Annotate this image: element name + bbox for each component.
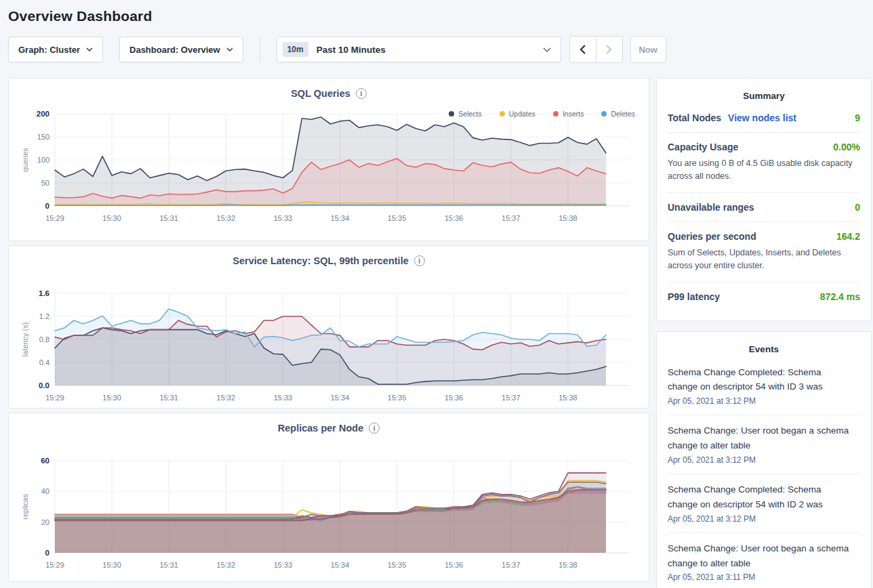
chevron-down-icon <box>226 47 233 51</box>
svg-text:15:29: 15:29 <box>45 214 64 222</box>
svg-text:15:32: 15:32 <box>217 561 236 569</box>
legend-item-updates[interactable]: Updates <box>500 110 535 118</box>
svg-text:15:33: 15:33 <box>274 561 293 569</box>
info-icon[interactable]: i <box>369 423 380 434</box>
sidebar: Summary Total Nodes View nodes list 9 Ca… <box>656 78 872 588</box>
chevron-down-icon <box>86 47 93 51</box>
dashboard-dropdown-label: Dashboard: Overview <box>129 45 220 55</box>
chart-title: Service Latency: SQL, 99th percentile <box>232 255 409 266</box>
event-message: Schema Change: User root began a schema … <box>668 423 849 453</box>
svg-text:60: 60 <box>41 457 49 465</box>
time-nav-arrows <box>569 36 623 63</box>
legend-item-inserts[interactable]: Inserts <box>553 110 584 118</box>
svg-text:0.8: 0.8 <box>39 335 49 343</box>
graph-dropdown[interactable]: Graph: Cluster <box>8 37 103 62</box>
svg-text:15:34: 15:34 <box>331 561 350 569</box>
legend-dot <box>601 111 607 117</box>
chevron-right-icon <box>606 45 612 54</box>
time-back-button[interactable] <box>569 36 596 63</box>
now-button[interactable]: Now <box>630 36 666 63</box>
svg-text:latency (s): latency (s) <box>21 322 29 357</box>
svg-text:15:36: 15:36 <box>445 214 464 222</box>
svg-text:15:37: 15:37 <box>502 561 521 569</box>
svg-text:0.4: 0.4 <box>39 358 49 366</box>
svg-text:15:37: 15:37 <box>502 214 521 222</box>
time-forward-button[interactable] <box>596 36 623 63</box>
svg-text:100: 100 <box>37 156 49 164</box>
svg-text:1.2: 1.2 <box>39 312 49 320</box>
dashboard-dropdown[interactable]: Dashboard: Overview <box>119 37 243 62</box>
main-content: SQL Queries i Selects Updates Inserts De… <box>8 78 872 588</box>
svg-text:15:37: 15:37 <box>502 394 521 402</box>
svg-text:15:36: 15:36 <box>445 561 464 569</box>
time-range-picker[interactable]: 10m Past 10 Minutes <box>277 37 561 62</box>
service-latency-chart[interactable]: 15:2915:3015:3115:3215:3315:3415:3515:36… <box>20 288 639 404</box>
svg-text:20: 20 <box>41 518 49 526</box>
chart-title: Replicas per Node <box>278 423 364 434</box>
svg-text:15:36: 15:36 <box>445 394 464 402</box>
time-range-badge: 10m <box>283 42 308 57</box>
event-message: Schema Change Completed: Schema change o… <box>668 482 849 512</box>
graph-dropdown-label: Graph: Cluster <box>18 45 80 55</box>
svg-text:0.0: 0.0 <box>39 381 49 390</box>
event-message: Schema Change: User root began a schema … <box>668 541 849 571</box>
summary-row-unavailable-ranges: Unavailable ranges 0 <box>668 193 860 222</box>
svg-text:50: 50 <box>41 179 49 187</box>
events-title: Events <box>668 340 860 357</box>
view-nodes-list-link[interactable]: View nodes list <box>728 112 796 123</box>
svg-text:queries: queries <box>21 147 29 172</box>
svg-text:15:35: 15:35 <box>388 394 407 402</box>
replicas-per-node-chart[interactable]: 15:2915:3015:3115:3215:3315:3415:3515:36… <box>20 455 639 572</box>
legend-label: Deletes <box>611 110 635 118</box>
summary-label: Unavailable ranges <box>668 202 754 213</box>
summary-row-capacity-usage: Capacity Usage 0.00% You are using 0 B o… <box>668 133 860 193</box>
event-item: Schema Change: User root began a schema … <box>668 533 860 588</box>
summary-label: Queries per second <box>668 231 756 242</box>
svg-text:15:31: 15:31 <box>159 214 178 222</box>
svg-text:15:29: 15:29 <box>45 561 64 569</box>
event-timestamp: Apr 05, 2021 at 3:12 PM <box>668 396 860 406</box>
svg-text:15:32: 15:32 <box>217 394 236 402</box>
divider <box>260 37 260 62</box>
svg-text:200: 200 <box>37 110 49 118</box>
summary-title: Summary <box>668 87 860 104</box>
svg-text:40: 40 <box>41 487 49 495</box>
chart-panel-sql-queries: SQL Queries i Selects Updates Inserts De… <box>8 78 649 241</box>
svg-text:15:34: 15:34 <box>331 214 350 222</box>
svg-text:15:34: 15:34 <box>331 394 350 402</box>
summary-value: 164.2 <box>836 231 860 242</box>
svg-text:15:29: 15:29 <box>45 394 64 402</box>
svg-text:1.6: 1.6 <box>39 289 49 297</box>
legend-label: Inserts <box>563 110 584 118</box>
summary-value: 9 <box>855 112 860 123</box>
svg-text:15:31: 15:31 <box>159 561 178 569</box>
svg-text:150: 150 <box>37 133 49 141</box>
legend-dot <box>500 111 505 117</box>
legend-label: Selects <box>458 110 481 118</box>
event-item: Schema Change: User root began a schema … <box>668 415 860 474</box>
chevron-down-icon <box>543 47 551 52</box>
sql-queries-chart[interactable]: 15:2915:3015:3115:3215:3315:3415:3515:36… <box>20 108 639 225</box>
legend-item-selects[interactable]: Selects <box>449 110 481 118</box>
legend-item-deletes[interactable]: Deletes <box>601 110 635 118</box>
svg-text:15:38: 15:38 <box>559 394 577 402</box>
chevron-left-icon <box>580 45 586 54</box>
event-timestamp: Apr 05, 2021 at 3:11 PM <box>668 572 860 582</box>
info-icon[interactable]: i <box>414 255 425 266</box>
svg-text:15:38: 15:38 <box>559 214 577 222</box>
legend-label: Updates <box>509 110 535 118</box>
svg-text:15:30: 15:30 <box>102 561 121 569</box>
summary-panel: Summary Total Nodes View nodes list 9 Ca… <box>656 78 872 321</box>
charts-column: SQL Queries i Selects Updates Inserts De… <box>8 78 649 582</box>
svg-text:15:33: 15:33 <box>274 394 293 402</box>
summary-label: Capacity Usage <box>668 142 738 152</box>
svg-text:0: 0 <box>45 549 49 557</box>
summary-row-total-nodes: Total Nodes View nodes list 9 <box>668 104 860 133</box>
svg-text:replicas: replicas <box>21 494 29 520</box>
svg-text:15:33: 15:33 <box>274 214 293 222</box>
summary-value: 0 <box>855 202 860 213</box>
svg-text:15:35: 15:35 <box>388 214 407 222</box>
svg-text:15:35: 15:35 <box>388 561 407 569</box>
events-panel: Events Schema Change Completed: Schema c… <box>656 331 872 588</box>
info-icon[interactable]: i <box>356 88 367 99</box>
